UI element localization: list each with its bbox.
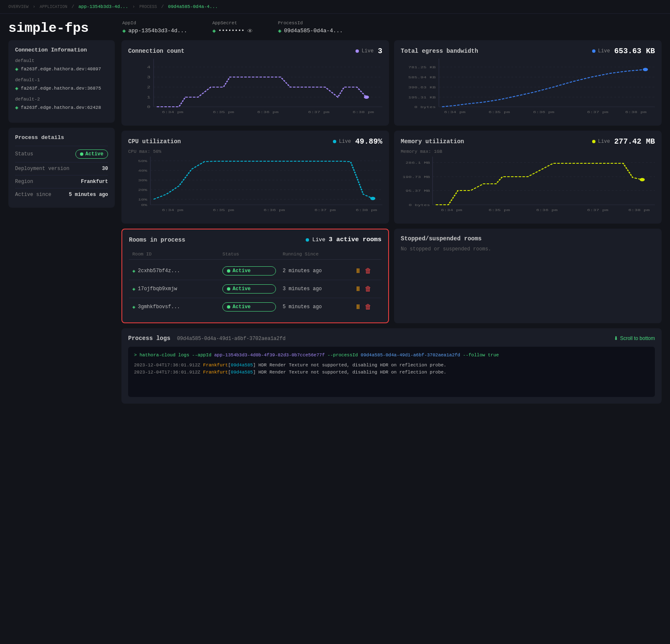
deployment-row: Deployment version 30 — [15, 162, 108, 175]
room-status-2: Active — [219, 302, 279, 312]
svg-text:30%: 30% — [138, 178, 148, 182]
deployment-key: Deployment version — [15, 166, 70, 172]
svg-text:4: 4 — [147, 65, 150, 69]
svg-text:2: 2 — [147, 85, 150, 89]
svg-text:95.37 MB: 95.37 MB — [406, 189, 430, 193]
svg-text:6:36 pm: 6:36 pm — [257, 110, 278, 114]
process-details-card: Process details Status Active Deployment… — [8, 128, 115, 208]
svg-text:0 bytes: 0 bytes — [415, 105, 436, 109]
svg-text:20%: 20% — [138, 188, 148, 192]
app-id-item: AppId ◈ app-1354b3d3-4d... — [122, 21, 187, 34]
app-meta: AppId ◈ app-1354b3d3-4d... AppSecret ◈ •… — [122, 21, 343, 34]
svg-text:1: 1 — [147, 95, 150, 99]
stopped-title: Stopped/suspended rooms — [401, 235, 655, 242]
room-since-0: 2 minutes ago — [279, 268, 351, 274]
log-line-1: 2023-12-04T17:36:01.912Z Frankfurt[09d4a… — [134, 369, 649, 376]
rooms-card: Rooms in process Live 3 active rooms Roo… — [121, 229, 389, 323]
rooms-table: Room ID Status Running Since ◈ 2cxhb57bf… — [129, 249, 381, 316]
svg-text:6:34 pm: 6:34 pm — [444, 110, 466, 114]
pause-button-2[interactable]: ⏸ — [355, 303, 361, 311]
region-key: Region — [15, 179, 33, 185]
status-key: Status — [15, 151, 33, 157]
room-status-0: Active — [219, 266, 279, 276]
conn-icon-2: ◈ — [15, 104, 18, 111]
live-dot-purple — [356, 49, 359, 53]
connection-info-title: Connection Information — [15, 47, 108, 53]
room-id-0: ◈ 2cxhb57bf4z... — [129, 268, 219, 274]
conn-group-label-2: default-2 — [15, 97, 108, 102]
svg-text:50%: 50% — [138, 159, 148, 163]
bottom-row: Rooms in process Live 3 active rooms Roo… — [121, 229, 662, 323]
connection-count-live: Live — [356, 48, 374, 54]
memory-title: Memory utilization — [401, 138, 464, 145]
delete-button-1[interactable]: 🗑 — [365, 285, 371, 293]
col-status: Status — [219, 251, 279, 258]
connection-info-card: Connection Information default ◈ fa263f.… — [8, 40, 115, 123]
app-secret-item: AppSecret ◈ •••••••• 👁 — [212, 21, 253, 34]
egress-header: Total egress bandwidth Live 653.63 KB — [401, 47, 655, 55]
application-value[interactable]: app-1354b3d3-4d... — [78, 4, 128, 9]
rooms-header: Rooms in process Live 3 active rooms — [129, 236, 381, 243]
delete-button-0[interactable]: 🗑 — [365, 267, 371, 275]
table-row: ◈ 3gmhkfbovsf... Active 5 minutes ago ⏸ — [129, 298, 381, 316]
logs-process-id: 09d4a585-0d4a-49d1-a6bf-3702aea1a2fd — [177, 336, 286, 342]
cpu-live: Live — [333, 139, 351, 144]
svg-text:3: 3 — [147, 75, 150, 79]
col-actions — [351, 251, 381, 258]
charts-row-2: CPU utilization Live 49.89% CPU max: 50% — [121, 131, 662, 224]
sep1: › — [33, 4, 36, 9]
conn-item-0: ◈ fa263f.edge.hathora.dev:40897 — [15, 65, 108, 73]
memory-value: 277.42 MB — [614, 137, 655, 146]
delete-button-2[interactable]: 🗑 — [365, 303, 371, 311]
overview-label[interactable]: OVERVIEW — [8, 5, 28, 9]
room-since-1: 3 minutes ago — [279, 286, 351, 292]
logs-header: Process logs 09d4a585-0d4a-49d1-a6bf-370… — [128, 335, 655, 342]
process-value[interactable]: 09d4a585-0d4a-4... — [168, 4, 218, 9]
rooms-thead: Room ID Status Running Since — [129, 249, 381, 260]
room-id-icon-2: ◈ — [132, 304, 135, 310]
svg-text:585.94 KB: 585.94 KB — [408, 75, 436, 79]
process-details-title: Process details — [15, 134, 108, 141]
svg-text:40%: 40% — [138, 169, 148, 173]
connection-count-title: Connection count — [128, 48, 184, 54]
status-value: Active — [85, 151, 103, 157]
svg-point-52 — [370, 197, 375, 200]
charts-row-1: Connection count Live 3 — [121, 40, 662, 126]
conn-item-1: ◈ fa263f.edge.hathora.dev:36875 — [15, 84, 108, 93]
log-command: > hathora-cloud logs --appId app-1354b3d… — [134, 352, 649, 359]
toggle-secret-button[interactable]: 👁 — [247, 28, 253, 34]
process-label: PROCESS — [139, 5, 157, 9]
scroll-bottom-button[interactable]: ⬇ Scroll to bottom — [614, 335, 655, 341]
room-actions-0: ⏸ 🗑 — [351, 267, 381, 275]
svg-text:6:36 pm: 6:36 pm — [536, 208, 558, 212]
svg-text:6:37 pm: 6:37 pm — [314, 208, 336, 212]
svg-text:6:38 pm: 6:38 pm — [629, 208, 650, 212]
svg-text:6:35 pm: 6:35 pm — [213, 110, 234, 114]
main-layout: Connection Information default ◈ fa263f.… — [0, 40, 670, 404]
pause-button-1[interactable]: ⏸ — [355, 285, 361, 293]
table-row: ◈ 2cxhb57bf4z... Active 2 minutes ago ⏸ — [129, 262, 381, 280]
app-title: simple-fps — [8, 21, 89, 36]
svg-text:10%: 10% — [138, 198, 148, 201]
status-badge: Active — [75, 149, 108, 159]
logs-section: Process logs 09d4a585-0d4a-49d1-a6bf-370… — [121, 328, 662, 404]
status-dot — [80, 152, 83, 156]
conn-icon-0: ◈ — [15, 66, 18, 72]
egress-live: Live — [592, 48, 610, 54]
log-line-0: 2023-12-04T17:36:01.912Z Frankfurt[09d4a… — [134, 362, 649, 369]
region-value: Frankfurt — [81, 179, 108, 185]
col-running-since: Running Since — [279, 251, 351, 258]
status-row: Status Active — [15, 146, 108, 162]
memory-header: Memory utilization Live 277.42 MB — [401, 137, 655, 146]
sidebar: Connection Information default ◈ fa263f.… — [8, 40, 121, 404]
memory-sub: Memory max: 1GB — [401, 149, 655, 154]
cpu-header: CPU utilization Live 49.89% — [128, 137, 382, 146]
active-since-value: 5 minutes ago — [69, 192, 108, 198]
logs-title: Process logs — [128, 335, 170, 342]
pause-button-0[interactable]: ⏸ — [355, 267, 361, 275]
process-id-label: ProcessId — [278, 21, 343, 26]
cpu-value: 49.89% — [355, 137, 382, 146]
conn-group-default-2: default-2 ◈ fa263f.edge.hathora.dev:6242… — [15, 97, 108, 112]
egress-card: Total egress bandwidth Live 653.63 KB — [394, 40, 662, 126]
svg-text:6:37 pm: 6:37 pm — [308, 110, 330, 114]
